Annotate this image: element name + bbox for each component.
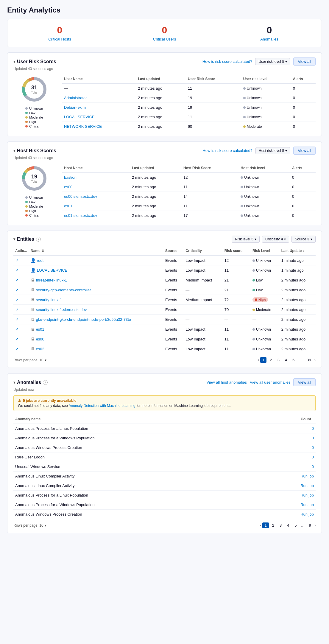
host-risk-legend: Unknown Low Moderate High Critical — [25, 196, 43, 218]
page-39[interactable]: 39 — [305, 357, 313, 363]
anomaly-page-2[interactable]: 2 — [270, 522, 276, 528]
entities-col-lastupdate[interactable]: Last Update ↓ — [280, 246, 316, 256]
user-risk-chevron[interactable]: ▾ — [13, 60, 15, 64]
anomaly-detection-link[interactable]: Anomaly Detection with Machine Learning — [69, 404, 135, 408]
critical-users-summary[interactable]: 0 Critical Users — [112, 19, 217, 47]
entities-chevron[interactable]: ▾ — [13, 237, 15, 241]
user-risk-how-link[interactable]: How is risk score calculated? — [202, 59, 252, 64]
anomaly-action[interactable]: Run job — [264, 510, 316, 519]
next-page-icon[interactable]: › — [314, 358, 316, 362]
host-risk-donut: 19 Total — [19, 164, 49, 193]
page-1[interactable]: 1 — [260, 357, 266, 363]
anomalies-chevron[interactable]: ▾ — [13, 380, 15, 385]
table-row: ↗ 🖥 es01 Events Low Impact 11 Unknown 2 … — [13, 324, 316, 334]
prev-page-icon[interactable]: ‹ — [258, 358, 259, 362]
view-all-host-anomalies-link[interactable]: View all host anomalies — [206, 380, 247, 385]
entity-criticality: Medium Impact — [184, 295, 223, 305]
host-name-cell[interactable]: es01 — [62, 201, 130, 211]
page-5[interactable]: 5 — [290, 357, 297, 363]
anomalies-label[interactable]: Anomalies — [220, 37, 319, 41]
anomaly-col-count[interactable]: Count ↓ — [264, 415, 316, 424]
anomaly-page-4[interactable]: 4 — [285, 522, 291, 528]
anomalies-info-icon[interactable]: i — [43, 380, 48, 385]
user-name-cell[interactable]: LOCAL SERVICE — [62, 112, 136, 122]
entity-criticality: Low Impact — [184, 324, 223, 334]
user-name-cell[interactable]: Debian-exim — [62, 103, 136, 112]
view-all-user-anomalies-link[interactable]: View all user anomalies — [250, 380, 290, 385]
critical-hosts-label[interactable]: Critical Hosts — [10, 37, 109, 41]
user-last-updated: 2 minutes ago — [136, 84, 186, 93]
host-risk-layout: 19 Total Unknown Low Moderate High Criti… — [13, 164, 316, 220]
user-risk-view-all-button[interactable]: View all — [293, 57, 316, 66]
entity-name[interactable]: 🖥 security-linux-1 — [29, 295, 163, 305]
user-risk-level-dropdown[interactable]: User risk level 5 ▾ — [255, 58, 290, 65]
page-4[interactable]: 4 — [283, 357, 289, 363]
critical-users-label[interactable]: Critical Users — [115, 37, 214, 41]
anomaly-action[interactable]: Run job — [264, 491, 316, 500]
entity-risk-score: 21 — [223, 275, 251, 285]
table-row: es01.siem.estc.dev 2 minutes ago 17 Unkn… — [62, 211, 316, 220]
entity-action[interactable]: ↗ — [13, 265, 29, 275]
host-name-cell[interactable]: bastion — [62, 173, 130, 182]
host-name-cell[interactable]: es00 — [62, 182, 130, 192]
entity-action[interactable]: ↗ — [13, 305, 29, 315]
entity-action[interactable]: ↗ — [13, 344, 29, 354]
anomaly-page-3[interactable]: 3 — [277, 522, 284, 528]
user-name-cell[interactable]: Administrator — [62, 93, 136, 103]
anomalies-rows-per-page[interactable]: Rows per page: 10 ▾ — [13, 523, 46, 528]
entities-rows-per-page[interactable]: Rows per page: 10 ▾ — [13, 358, 46, 362]
host-risk-header: ▾ Host Risk Scores How is risk score cal… — [13, 147, 316, 155]
prev-page-icon[interactable]: ‹ — [260, 523, 261, 528]
host-risk-level-dropdown[interactable]: Host risk level 5 ▾ — [255, 147, 290, 154]
entity-action[interactable]: ↗ — [13, 315, 29, 324]
entity-action[interactable]: ↗ — [13, 324, 29, 334]
host-name-cell[interactable]: es00.siem.estc.dev — [62, 192, 130, 201]
anomalies-view-all-button[interactable]: View all — [293, 378, 316, 386]
host-alerts: 0 — [290, 201, 316, 211]
entity-risk-level: Unknown — [251, 344, 280, 354]
anomaly-name: Anomalous Windows Process Creation — [13, 443, 264, 452]
anomaly-action[interactable]: Run job — [264, 472, 316, 481]
risk-level-filter[interactable]: Risk level 5 ▾ — [232, 236, 260, 243]
entity-action[interactable]: ↗ — [13, 295, 29, 305]
user-name-cell[interactable]: NETWORK SERVICE — [62, 122, 136, 131]
page-3[interactable]: 3 — [275, 357, 282, 363]
source-filter[interactable]: Source 3 ▾ — [291, 236, 316, 243]
entity-name[interactable]: 🖥 security-linux-1.siem.estc.dev — [29, 305, 163, 315]
host-name-cell[interactable]: es01.siem.estc.dev — [62, 211, 130, 220]
anomaly-action[interactable]: Run job — [264, 500, 316, 510]
host-risk-view-all-button[interactable]: View all — [293, 147, 316, 155]
anomalies-summary[interactable]: 0 Anomalies — [217, 19, 322, 47]
entity-name[interactable]: 👤 root — [29, 256, 163, 265]
entity-action[interactable]: ↗ — [13, 285, 29, 295]
entity-name[interactable]: 👤 LOCAL SERVICE — [29, 265, 163, 275]
anomaly-page-1[interactable]: 1 — [262, 522, 269, 528]
host-risk-chevron[interactable]: ▾ — [13, 149, 15, 153]
critical-hosts-summary[interactable]: 0 Critical Hosts — [7, 19, 112, 47]
entity-action[interactable]: ↗ — [13, 334, 29, 344]
anomalies-title: ▾ Anomalies i — [13, 380, 48, 385]
entity-name[interactable]: 🖥 threat-intel-linux-1 — [29, 275, 163, 285]
next-page-icon[interactable]: › — [314, 523, 316, 528]
entities-table: Actio... Name ⇕ Source Criticality Risk … — [13, 246, 316, 354]
entity-name[interactable]: 🖥 security-gcp-elements-controller — [29, 285, 163, 295]
entity-source: Events — [163, 295, 184, 305]
entity-name[interactable]: 🖥 es00 — [29, 334, 163, 344]
entity-action[interactable]: ↗ — [13, 256, 29, 265]
anomaly-page-5[interactable]: 5 — [292, 522, 299, 528]
page-2[interactable]: 2 — [268, 357, 274, 363]
entities-col-name[interactable]: Name ⇕ — [29, 246, 163, 256]
criticality-filter[interactable]: Criticality 4 ▾ — [262, 236, 289, 243]
entities-info-icon[interactable]: i — [36, 237, 41, 242]
user-col-level: User risk level — [241, 74, 291, 84]
entity-name[interactable]: 🖥 es02 — [29, 344, 163, 354]
host-risk-how-link[interactable]: How is risk score calculated? — [202, 148, 252, 153]
entity-criticality: — — [184, 305, 223, 315]
entity-action[interactable]: ↗ — [13, 275, 29, 285]
entity-name[interactable]: 🖥 es01 — [29, 324, 163, 334]
entity-source: Events — [163, 275, 184, 285]
anomaly-name: Anomalous Process for a Windows Populati… — [13, 500, 264, 510]
anomaly-page-9[interactable]: 9 — [307, 522, 313, 528]
entity-name[interactable]: 🖥 gke-endpoint-gke-clu-endpoint-node-po-… — [29, 315, 163, 324]
anomaly-action[interactable]: Run job — [264, 481, 316, 491]
